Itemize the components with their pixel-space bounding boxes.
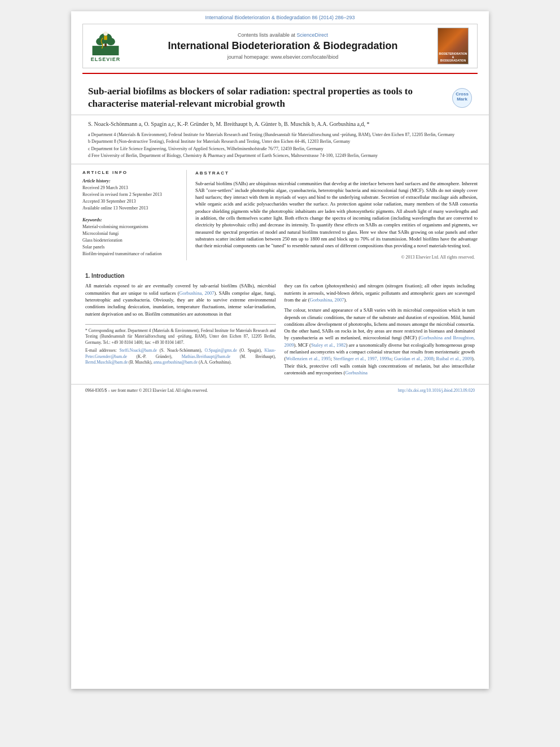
ref-wollenzien-1995[interactable]: Wollenzien et al., 1995 (286, 356, 330, 361)
affiliations: a Department 4 (Materials & Environment)… (88, 132, 472, 159)
keyword-5: Biofilm-impaired transmittance of radiat… (82, 251, 180, 257)
authors-section: S. Noack-Schönmann a, O. Spagin a,c, K.-… (71, 115, 489, 164)
svg-rect-6 (104, 36, 107, 40)
article-history-title: Article history: (82, 178, 180, 184)
copyright-line: © 2013 Elsevier Ltd. All rights reserved… (195, 254, 478, 261)
svg-point-4 (107, 38, 115, 45)
svg-point-5 (103, 32, 108, 36)
email-breithaupt[interactable]: Mathias.Breithaupt@bam.de (182, 354, 230, 359)
intro-heading: 1. Introduction (85, 273, 475, 279)
header-center: Contents lists available at ScienceDirec… (128, 32, 438, 60)
journal-homepage: journal homepage: www.elsevier.com/locat… (134, 54, 432, 60)
intro-right-text-2: The colour, texture and appearance of a … (285, 307, 475, 376)
journal-header: ELSEVIER Contents lists available at Sci… (82, 24, 478, 68)
svg-rect-0 (93, 46, 119, 55)
svg-point-3 (96, 38, 104, 45)
email-gruender[interactable]: Klaus-Peter.Gruender@bam.de (85, 348, 276, 359)
article-title-section: Sub-aerial biofilms as blockers of solar… (71, 80, 489, 115)
header-left: ELSEVIER (89, 30, 128, 62)
intro-left-col: All materials exposed to air are eventua… (85, 282, 276, 376)
article-history-group: Article history: Received 29 March 2013 … (82, 178, 180, 212)
sciencedirect-line: Contents lists available at ScienceDirec… (134, 32, 432, 38)
abstract-col: ABSTRACT Sub-aerial biofilms (SABs) are … (195, 170, 478, 260)
intro-right-text-1: they can fix carbon (photosynthesis) and… (285, 282, 475, 303)
affiliation-c: c Department for Life Science Engineerin… (88, 146, 472, 152)
abstract-text: Sub-aerial biofilms (SABs) are ubiquitou… (195, 180, 478, 250)
article-info-label: ARTICLE INFO (82, 170, 180, 175)
ref-gorbushina-2007-2[interactable]: Gorbushina, 2007 (310, 297, 344, 303)
crossmark-container: Cross Mark (452, 85, 472, 110)
journal-cover-image: BIODETERIORATION & BIODEGRADATION (438, 28, 469, 64)
footnote-section: * Corresponding author. Department 4 (Ma… (85, 324, 276, 366)
affiliation-a: a Department 4 (Materials & Environment)… (88, 132, 472, 138)
page: International Biodeterioration & Biodegr… (71, 11, 489, 689)
journal-title: International Biodeterioration & Biodegr… (134, 40, 432, 53)
header-right: BIODETERIORATION & BIODEGRADATION (438, 28, 471, 64)
affiliation-d: d Free University of Berlin, Department … (88, 152, 472, 159)
bottom-bar: 0964-8305/$ – see front matter © 2013 El… (71, 384, 489, 397)
keyword-1: Material-colonising microorganisms (82, 224, 180, 230)
affiliation-b: b Department 8 (Non-destructive Testing)… (88, 138, 472, 145)
received-revised-date: Received in revised form 2 September 201… (82, 191, 180, 198)
issn-rights: 0964-8305/$ – see front matter © 2013 El… (85, 388, 208, 393)
footnote-emails: E-mail addresses: Steffi.Noack@bam.de (S… (85, 348, 276, 366)
sciencedirect-link[interactable]: ScienceDirect (297, 32, 329, 38)
ref-gueidan-2008[interactable]: Gueidan et al., 2008 (394, 356, 434, 361)
abstract-label: ABSTRACT (195, 170, 478, 177)
article-title: Sub-aerial biofilms as blockers of solar… (88, 85, 452, 110)
journal-citation: International Biodeterioration & Biodegr… (71, 11, 489, 21)
keyword-3: Glass biodeterioration (82, 237, 180, 244)
email-noack[interactable]: Steffi.Noack@bam.de (119, 348, 157, 353)
intro-left-text: All materials exposed to air are eventua… (85, 282, 276, 317)
header-divider (82, 73, 478, 74)
accepted-date: Accepted 30 September 2013 (82, 198, 180, 205)
intro-body: All materials exposed to air are eventua… (85, 282, 475, 376)
elsevier-brand-text: ELSEVIER (91, 56, 121, 62)
elsevier-logo: ELSEVIER (89, 30, 123, 62)
ref-ruibal-2009[interactable]: Ruibal et al., 2009 (436, 356, 473, 361)
intro-right-col: they can fix carbon (photosynthesis) and… (285, 282, 475, 376)
email-gorbushina[interactable]: anna.gorbushina@bam.de (154, 360, 198, 365)
main-body: 1. Introduction All materials exposed to… (71, 260, 489, 382)
email-spagin[interactable]: O.Spagin@gmx.de (204, 348, 237, 353)
svg-text:Mark: Mark (457, 97, 467, 102)
svg-text:Cross: Cross (456, 91, 469, 97)
email-muschik[interactable]: Bernd.Muschik@bam.de (85, 360, 128, 365)
ref-staley-1982[interactable]: Staley et al., 1982 (311, 342, 346, 348)
keywords-group: Keywords: Material-colonising microorgan… (82, 217, 180, 257)
footnote-corresponding: * Corresponding author. Department 4 (Ma… (85, 328, 276, 346)
authors-list: S. Noack-Schönmann a, O. Spagin a,c, K.-… (88, 120, 472, 128)
article-info-col: ARTICLE INFO Article history: Received 2… (82, 170, 187, 260)
ref-gorbushina-end[interactable]: Gorbushina (345, 370, 368, 375)
received-date: Received 29 March 2013 (82, 185, 180, 191)
keywords-label: Keywords: (82, 217, 180, 222)
ref-sterflinger-1997[interactable]: Sterflinger et al., 1997, 1999a (334, 356, 392, 361)
keyword-2: Microcolonial fungi (82, 230, 180, 237)
keyword-4: Solar panels (82, 244, 180, 251)
article-info-abstract: ARTICLE INFO Article history: Received 2… (71, 164, 489, 260)
ref-gorbushina-2007-1[interactable]: Gorbushina, 2007 (180, 290, 215, 296)
doi-link[interactable]: http://dx.doi.org/10.1016/j.ibiod.2013.0… (398, 388, 475, 393)
available-online-date: Available online 13 November 2013 (82, 205, 180, 212)
